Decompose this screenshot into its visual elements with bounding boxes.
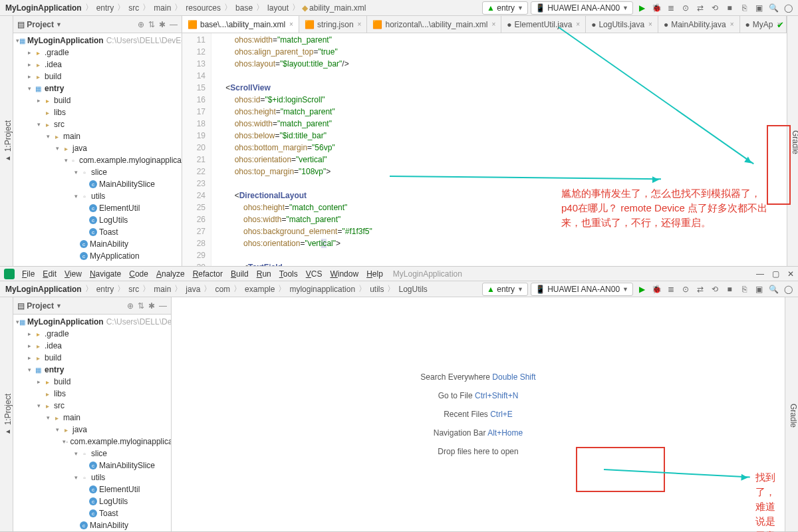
menu-file[interactable]: File	[19, 269, 38, 279]
tree-item[interactable]: cMainAbilitySlice	[13, 178, 182, 190]
hotreload-icon[interactable]: ⟲	[709, 2, 721, 14]
tree-item[interactable]: ▾▸main	[13, 130, 182, 142]
profile-icon[interactable]: ⊙	[680, 2, 692, 14]
tree-item[interactable]: cMainAbility	[13, 238, 182, 250]
user-icon[interactable]: ◯	[782, 2, 794, 14]
source-code[interactable]: ohos:width="match_parent" ohos:align_par…	[211, 33, 787, 266]
tree-item[interactable]: cToast	[13, 226, 182, 238]
tree-root[interactable]: ▾▦MyLoginApplicationC:\Users\DELL\DevEco…	[13, 316, 171, 328]
attach-icon[interactable]: ⇄	[694, 2, 706, 14]
menu-navigate[interactable]: Navigate	[86, 269, 124, 279]
empty-state: Search Everywhere Double Shift Go to Fil…	[172, 297, 785, 531]
tree-item[interactable]: ▾▫utils	[13, 471, 171, 483]
window-context: MyLoginApplication	[393, 269, 462, 279]
tree-item[interactable]: ▸▸build	[13, 352, 171, 364]
editor-tab[interactable]: 🟧string.json×	[299, 16, 368, 33]
vcs-icon[interactable]: ⎘	[738, 2, 750, 14]
stop-button[interactable]: ■	[724, 2, 735, 14]
tree-item[interactable]: ▸▸.gradle	[13, 328, 171, 340]
expand-icon[interactable]: ⇅	[148, 20, 155, 29]
tree-item[interactable]: ▾▸resources	[13, 262, 182, 266]
menu-vcs[interactable]: VCS	[303, 269, 326, 279]
debug-button[interactable]: 🐞	[650, 283, 662, 295]
device-selector[interactable]: 📱 HUAWEI ANA-AN00▼	[531, 283, 633, 296]
editor-tab[interactable]: ●LogUtils.java×	[586, 16, 658, 33]
code-editor[interactable]: 1112131415161718192021222324252627282930…	[182, 33, 787, 266]
tree-item[interactable]: cToast	[13, 507, 171, 519]
tree-item[interactable]: ▾▫com.example.myloginapplica	[13, 436, 171, 448]
run-button[interactable]: ▶	[636, 283, 648, 295]
editor-tab[interactable]: ●ElementUtil.java×	[501, 16, 586, 33]
tree-item[interactable]: cMyApplication	[13, 250, 182, 262]
breadcrumb-item[interactable]: MyLoginApplication	[4, 3, 83, 13]
close-tab-icon[interactable]: ×	[289, 21, 293, 28]
search-icon[interactable]: 🔍	[767, 283, 779, 295]
tree-item[interactable]: ▸▸build	[13, 70, 182, 82]
tree-item[interactable]: cMainAbility	[13, 519, 171, 531]
file-icon: ●	[507, 20, 511, 29]
editor-tab[interactable]: ●MainAbility.java×	[658, 16, 740, 33]
tree-item[interactable]: ▸libs	[13, 388, 171, 400]
menu-help[interactable]: Help	[363, 269, 386, 279]
project-tool-tab[interactable]: ▸ 1:Project	[3, 120, 13, 164]
tree-item[interactable]: ▸▸.gradle	[13, 47, 182, 59]
tree-item[interactable]: ▾▦entry	[13, 82, 182, 94]
tree-item[interactable]: ▸▸build	[13, 376, 171, 388]
device-selector[interactable]: 📱 HUAWEI ANA-AN00▼	[531, 1, 633, 15]
tree-item[interactable]: ▸▸.idea	[13, 340, 171, 352]
tree-item[interactable]: cMainAbilitySlice	[13, 460, 171, 471]
menu-tools[interactable]: Tools	[276, 269, 301, 279]
run-config-selector[interactable]: ▲ entry▼	[482, 283, 528, 296]
tree-item[interactable]: ▾▦entry	[13, 364, 171, 376]
menu-run[interactable]: Run	[253, 269, 275, 279]
close-tab-icon[interactable]: ×	[730, 21, 734, 28]
file-icon: 🟧	[305, 20, 315, 29]
tree-item[interactable]: ▸▸build	[13, 94, 182, 106]
tree-item[interactable]: cElementUtil	[13, 483, 171, 495]
tree-item[interactable]: ▾▫slice	[13, 166, 182, 178]
menu-build[interactable]: Build	[227, 269, 252, 279]
menu-window[interactable]: Window	[327, 269, 362, 279]
editor-tab[interactable]: 🟧horizontal\...\ability_main.xml×	[367, 16, 501, 33]
editor-tabs: 🟧base\...\ability_main.xml×🟧string.json×…	[182, 16, 787, 33]
tree-item[interactable]: cLogUtils	[13, 495, 171, 507]
locate-icon[interactable]: ⊕	[138, 20, 144, 29]
hide-icon[interactable]: —	[170, 20, 178, 29]
tree-item[interactable]: ▾▫com.example.myloginapplica	[13, 154, 182, 166]
menu-edit[interactable]: Edit	[39, 269, 60, 279]
gradle-tab[interactable]: Gradle	[791, 130, 798, 154]
menu-analyze[interactable]: Analyze	[153, 269, 188, 279]
menu-code[interactable]: Code	[126, 269, 152, 279]
tree-item[interactable]: ▾▸src	[13, 118, 182, 130]
tree-item[interactable]: cElementUtil	[13, 202, 182, 214]
tree-item[interactable]: ▾▸java	[13, 142, 182, 154]
stop-button[interactable]: ■	[724, 283, 735, 295]
tree-item[interactable]: ▾▸java	[13, 424, 171, 436]
project-tree-2: ▾▦MyLoginApplicationC:\Users\DELL\DevEco…	[13, 315, 171, 531]
editor-tab[interactable]: 🟧base\...\ability_main.xml×	[182, 16, 299, 33]
tree-item[interactable]: ▸▸.idea	[13, 59, 182, 70]
tree-root[interactable]: ▾▦MyLoginApplicationC:\Users\DELL\DevEco…	[13, 35, 182, 47]
tree-item[interactable]: ▾▸main	[13, 412, 171, 424]
tree-item[interactable]: cLogUtils	[13, 214, 182, 226]
close-tab-icon[interactable]: ×	[576, 21, 580, 28]
search-icon[interactable]: 🔍	[767, 2, 779, 14]
close-tab-icon[interactable]: ×	[648, 21, 652, 28]
tree-item[interactable]: ▾▸src	[13, 400, 171, 412]
menu-refactor[interactable]: Refactor	[190, 269, 226, 279]
tree-item[interactable]: ▸libs	[13, 106, 182, 118]
run-button[interactable]: ▶	[636, 2, 648, 14]
coverage-icon[interactable]: ≣	[665, 2, 677, 14]
close-tab-icon[interactable]: ×	[358, 21, 362, 28]
menu-view[interactable]: View	[61, 269, 85, 279]
run-config-selector[interactable]: ▲ entry▼	[482, 1, 528, 15]
tree-item[interactable]: ▾▫slice	[13, 448, 171, 460]
debug-button[interactable]: 🐞	[650, 2, 662, 14]
minimize-icon[interactable]: —	[756, 269, 764, 279]
close-tab-icon[interactable]: ×	[492, 21, 496, 28]
tree-item[interactable]: ▾▫utils	[13, 190, 182, 202]
maximize-icon[interactable]: ▢	[772, 269, 779, 279]
layout-icon[interactable]: ▣	[753, 2, 765, 14]
settings-icon[interactable]: ✱	[159, 20, 166, 29]
close-icon[interactable]: ✕	[787, 269, 794, 279]
